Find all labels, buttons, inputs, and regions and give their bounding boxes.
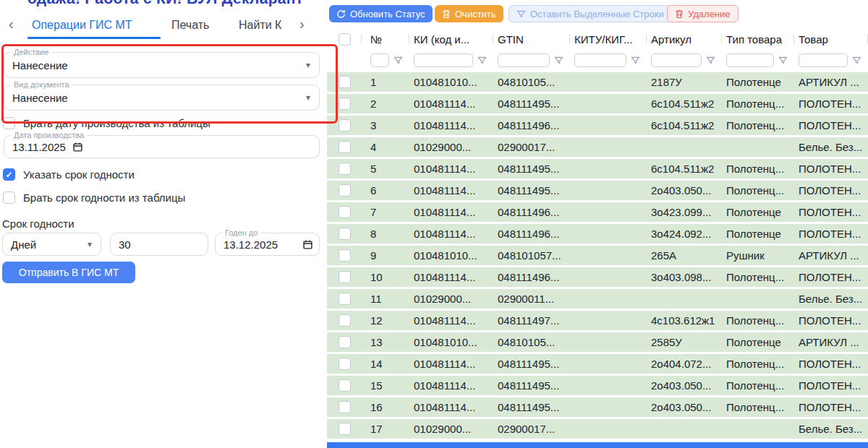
filter-input[interactable] <box>799 53 848 67</box>
cell-gtin: 048111496... <box>493 206 570 218</box>
table-row[interactable]: 15010481114...048111495...2о403.050...По… <box>327 376 868 395</box>
filter-funnel-icon[interactable] <box>706 56 715 65</box>
row-checkbox[interactable] <box>339 76 351 88</box>
column-header-number[interactable]: № <box>362 29 409 49</box>
table-row[interactable]: 16010481114...048111495...2о403.050...По… <box>327 397 868 417</box>
filter-funnel-icon[interactable] <box>631 56 640 65</box>
cell-article: 2187У <box>647 76 722 88</box>
row-checkbox[interactable] <box>339 141 351 153</box>
forward-chevron-icon[interactable]: › <box>299 17 305 31</box>
filter-input[interactable] <box>414 53 473 67</box>
doc-type-select[interactable]: Вид документа Нанесение ▾ <box>4 85 320 111</box>
select-all-checkbox[interactable] <box>339 33 351 46</box>
keep-selected-rows-button[interactable]: Оставить Выделенные Строки <box>509 5 672 22</box>
column-header-product[interactable]: Товар <box>794 29 868 49</box>
cell-gtin: 048111497... <box>493 314 570 327</box>
table-row[interactable]: 401029000...02900017...Белье. Без... <box>327 137 868 157</box>
row-checkbox[interactable] <box>339 423 351 435</box>
cell-ki: 010481114... <box>409 314 493 327</box>
trash-icon <box>675 9 684 19</box>
tab-print[interactable]: Печать <box>171 19 209 32</box>
calendar-icon[interactable] <box>303 240 312 249</box>
row-checkbox[interactable] <box>339 119 351 132</box>
table-row[interactable]: 1701029000...02900017...Белье. Без... <box>327 419 868 439</box>
valid-until-field[interactable]: Годен до 13.12.2025 <box>215 233 320 256</box>
take-shelf-life-checkbox[interactable] <box>3 191 15 204</box>
page-title: одажа! Работа с КИ! БУЛ Декларант <box>27 0 331 8</box>
cell-article: 6с104.511ж2 <box>647 163 722 175</box>
cell-product: ПОЛОТЕН... <box>794 401 868 413</box>
cell-gtin: 048101057... <box>493 249 570 262</box>
table-row[interactable]: 13010481010...04810105...2585УПолотенцеА… <box>327 332 868 352</box>
submit-to-gis-mt-button[interactable]: Отправить В ГИС МТ <box>2 262 135 283</box>
filter-funnel-icon[interactable] <box>393 56 403 65</box>
table-row[interactable]: 3010481114...048111496...6с104.511ж2Поло… <box>327 116 868 135</box>
set-shelf-life-checkbox[interactable]: ✓ <box>3 168 15 181</box>
filter-input[interactable] <box>370 53 389 67</box>
cell-product: ПОЛОТЕН... <box>794 271 868 283</box>
cell-product-type: Полотенце <box>722 228 794 240</box>
filter-funnel-icon[interactable] <box>852 56 861 65</box>
delete-button[interactable]: Удаление <box>667 5 739 22</box>
filter-funnel-icon[interactable] <box>778 56 788 65</box>
table-row[interactable]: 12010481114...048111497...4с103.612ж1Пол… <box>327 311 868 330</box>
table-row[interactable]: 14010481114...048111495...2о404.072...По… <box>327 354 868 374</box>
table-row[interactable]: 7010481114...048111496...3о423.099...Пол… <box>327 202 868 222</box>
row-checkbox[interactable] <box>339 249 351 262</box>
table-row[interactable]: 8010481114...048111496...3о424.092...Пол… <box>327 224 868 244</box>
row-checkbox[interactable] <box>339 228 351 240</box>
table-row[interactable]: 1010481010...04810105...2187УПолотенцеАР… <box>327 72 868 92</box>
column-header-kitu[interactable]: КИТУ/КИГ... <box>570 29 647 49</box>
shelf-life-unit-value: Дней <box>11 238 36 251</box>
app-window: одажа! Работа с КИ! БУЛ Декларант ‹ Опер… <box>0 0 868 448</box>
row-checkbox[interactable] <box>339 358 351 370</box>
table-row[interactable]: 5010481114...048111495...6с104.511ж2Поло… <box>327 159 868 178</box>
back-chevron-icon[interactable]: ‹ <box>9 17 14 31</box>
production-date-field[interactable]: Дата производства 13.11.2025 <box>4 135 320 158</box>
column-header-gtin[interactable]: GTIN <box>493 29 570 49</box>
column-header-ki[interactable]: КИ (код и... <box>409 29 493 49</box>
tab-find-km[interactable]: Найти К <box>239 19 281 32</box>
row-checkbox[interactable] <box>339 336 351 348</box>
calendar-icon[interactable] <box>73 142 82 152</box>
cell-article: 6с104.511ж2 <box>647 119 722 132</box>
filter-input[interactable] <box>651 53 702 67</box>
row-checkbox[interactable] <box>339 314 351 327</box>
take-production-date-checkbox[interactable] <box>3 117 15 129</box>
filter-funnel-icon[interactable] <box>554 56 563 65</box>
row-checkbox[interactable] <box>339 271 351 283</box>
cell-ki: 01029000... <box>409 423 493 435</box>
row-checkbox[interactable] <box>339 184 351 197</box>
filter-input[interactable] <box>726 53 774 67</box>
row-checkbox[interactable] <box>339 401 351 413</box>
filter-input[interactable] <box>498 53 550 67</box>
table-row[interactable]: 10010481114...048111496...3о403.098...По… <box>327 267 868 287</box>
shelf-life-value-input[interactable]: 30 <box>110 233 208 256</box>
row-checkbox[interactable] <box>339 163 351 175</box>
table-row[interactable]: 6010481114...048111495...2о403.050...Пол… <box>327 181 868 200</box>
checkbox-row-take-production-date[interactable]: Брать дату производства из таблицы <box>3 117 210 129</box>
column-header-product-type[interactable]: Тип товара <box>722 29 794 49</box>
action-select[interactable]: Действие Нанесение ▾ <box>4 52 320 78</box>
filter-funnel-icon[interactable] <box>477 56 487 65</box>
filter-input[interactable] <box>574 53 626 67</box>
valid-until-label: Годен до <box>222 228 260 237</box>
table-row[interactable]: 1101029000...02900011...Белье. Без... <box>327 289 868 309</box>
cell-row-number: 15 <box>362 379 409 392</box>
table-row[interactable]: 2010481114...048111495...6с104.511ж2Поло… <box>327 94 868 113</box>
checkbox-row-set-shelf-life[interactable]: ✓ Указать срок годности <box>3 168 135 181</box>
cell-product: ПОЛОТЕН... <box>794 98 868 110</box>
row-checkbox[interactable] <box>339 98 351 110</box>
row-checkbox-cell <box>327 184 362 197</box>
table-row[interactable]: 9010481010...048101057...265АРушникАРТИК… <box>327 246 868 265</box>
row-checkbox[interactable] <box>339 206 351 218</box>
row-checkbox[interactable] <box>339 379 351 392</box>
shelf-life-unit-select[interactable]: Дней ▾ <box>2 233 101 256</box>
checkbox-row-take-shelf-life[interactable]: Брать срок годности из таблицы <box>3 191 185 204</box>
tab-operations-gis-mt[interactable]: Операции ГИС МТ <box>32 19 132 32</box>
row-checkbox[interactable] <box>339 293 351 305</box>
cell-ki: 010481010... <box>409 249 493 262</box>
refresh-status-button[interactable]: Обновить Статус <box>329 5 433 22</box>
column-header-article[interactable]: Артикул <box>647 29 722 49</box>
clear-button[interactable]: Очистить <box>435 5 503 22</box>
